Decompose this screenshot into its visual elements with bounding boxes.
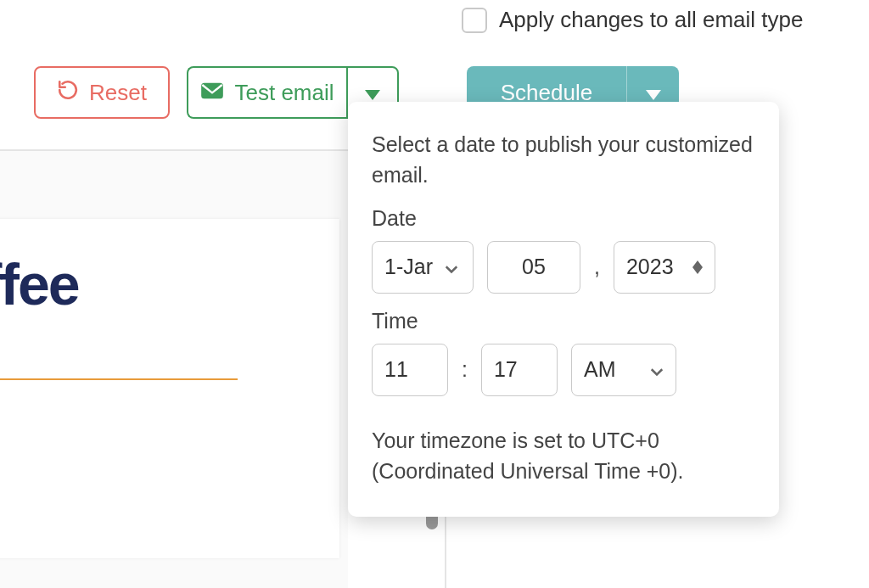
popover-prompt: Select a date to publish your customized… — [372, 129, 755, 191]
svg-marker-3 — [692, 260, 703, 267]
svg-marker-2 — [646, 90, 661, 100]
svg-marker-1 — [365, 90, 380, 100]
time-field-row: 11 : 17 AM — [372, 344, 755, 396]
reset-icon — [57, 79, 79, 107]
chevron-down-icon — [445, 255, 458, 279]
envelope-icon — [200, 80, 224, 106]
year-stepper[interactable] — [692, 260, 703, 274]
ampm-select[interactable]: AM — [571, 344, 676, 396]
year-input-value: 2023 — [626, 255, 674, 279]
schedule-popover: Select a date to publish your customized… — [348, 102, 779, 517]
date-separator-comma: , — [594, 255, 600, 279]
apply-changes-row: Apply changes to all email type — [462, 7, 803, 33]
month-select[interactable]: 1-Jar — [372, 241, 474, 294]
date-field-label: Date — [372, 206, 755, 231]
test-email-button-label: Test email — [234, 80, 334, 106]
svg-rect-0 — [202, 82, 224, 98]
email-preview-card: otoffee rder! — [0, 219, 339, 558]
minute-input[interactable]: 17 — [481, 344, 558, 396]
time-field-label: Time — [372, 309, 755, 333]
brand-underline — [0, 378, 238, 380]
hour-input[interactable]: 11 — [372, 344, 448, 396]
apply-changes-checkbox[interactable] — [462, 8, 487, 33]
reset-button-label: Reset — [89, 80, 147, 106]
date-field-row: 1-Jar 05 , 2023 — [372, 241, 755, 294]
apply-changes-label: Apply changes to all email type — [499, 7, 803, 33]
year-input[interactable]: 2023 — [614, 241, 715, 294]
ampm-select-value: AM — [584, 357, 616, 382]
time-separator-colon: : — [462, 357, 468, 382]
svg-marker-4 — [692, 267, 703, 274]
test-email-button[interactable]: Test email — [187, 66, 346, 119]
minute-input-value: 17 — [494, 357, 518, 382]
month-select-value: 1-Jar — [384, 255, 433, 279]
email-preview-background: otoffee rder! — [0, 151, 348, 588]
timezone-note: Your timezone is set to UTC+0 (Coordinat… — [372, 425, 755, 487]
brand-logo-text: otoffee — [0, 251, 79, 317]
day-input[interactable]: 05 — [487, 241, 580, 294]
reset-button[interactable]: Reset — [34, 66, 170, 119]
hour-input-value: 11 — [384, 357, 408, 382]
day-input-value: 05 — [522, 255, 546, 279]
chevron-down-icon — [650, 357, 664, 382]
